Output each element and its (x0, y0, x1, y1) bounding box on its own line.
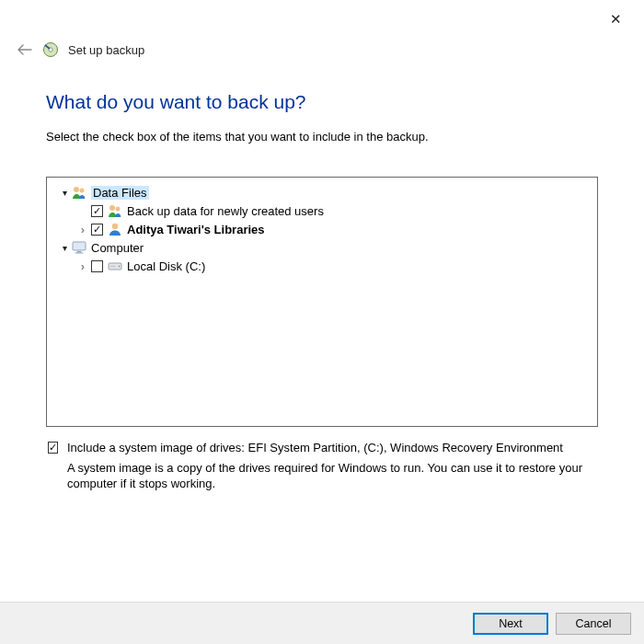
svg-point-11 (119, 266, 121, 268)
page-subtitle: Select the check box of the items that y… (46, 130, 598, 144)
back-button[interactable] (17, 41, 33, 58)
backup-wizard-icon (42, 41, 59, 58)
arrow-left-icon (17, 44, 32, 55)
close-button[interactable]: ✕ (604, 9, 627, 29)
tree-node-newly-created-users[interactable]: Back up data for newly created users (51, 201, 593, 220)
chevron-right-icon[interactable] (76, 259, 89, 273)
svg-rect-12 (110, 266, 116, 268)
checkbox-user-libraries[interactable] (91, 224, 103, 236)
tree-node-local-disk-c[interactable]: Local Disk (C:) (51, 257, 593, 275)
svg-point-3 (80, 189, 85, 193)
svg-point-5 (116, 207, 121, 212)
svg-rect-8 (77, 251, 82, 253)
tree-node-computer[interactable]: Computer (51, 238, 593, 257)
svg-rect-9 (75, 253, 84, 254)
backup-items-tree[interactable]: Data Files Back up data for newly create… (46, 177, 598, 427)
chevron-down-icon[interactable] (58, 188, 71, 198)
tree-label: Local Disk (C:) (127, 259, 205, 273)
chevron-down-icon[interactable] (58, 243, 71, 253)
tree-label: Back up data for newly created users (127, 204, 324, 218)
cancel-button[interactable]: Cancel (556, 613, 631, 635)
wizard-footer: Next Cancel (0, 602, 644, 644)
svg-point-4 (109, 205, 115, 211)
tree-node-user-libraries[interactable]: Aditya Tiwari's Libraries (51, 220, 593, 238)
tree-label: Aditya Tiwari's Libraries (127, 223, 265, 236)
chevron-right-icon[interactable] (76, 223, 89, 236)
system-image-description: A system image is a copy of the drives r… (67, 460, 598, 492)
wizard-header: Set up backup (0, 0, 644, 58)
tree-node-data-files[interactable]: Data Files (51, 183, 593, 201)
page-heading: What do you want to back up? (46, 91, 598, 113)
checkbox-local-disk-c[interactable] (91, 260, 103, 272)
tree-label: Computer (91, 241, 144, 255)
checkbox-system-image[interactable] (48, 442, 58, 454)
svg-point-6 (112, 224, 118, 229)
system-image-label: Include a system image of drives: EFI Sy… (67, 440, 598, 456)
wizard-title: Set up backup (68, 43, 144, 57)
drive-icon (107, 259, 123, 273)
system-image-option: Include a system image of drives: EFI Sy… (46, 440, 598, 492)
close-icon: ✕ (610, 11, 622, 27)
users-icon (107, 203, 123, 218)
next-button[interactable]: Next (473, 613, 548, 635)
tree-label: Data Files (91, 186, 149, 200)
computer-icon (71, 240, 87, 255)
svg-rect-7 (73, 242, 86, 250)
svg-point-2 (74, 187, 79, 192)
checkbox-newly-created-users[interactable] (91, 205, 103, 217)
user-icon (107, 222, 123, 236)
content-area: What do you want to back up? Select the … (0, 58, 644, 492)
users-icon (71, 185, 87, 200)
